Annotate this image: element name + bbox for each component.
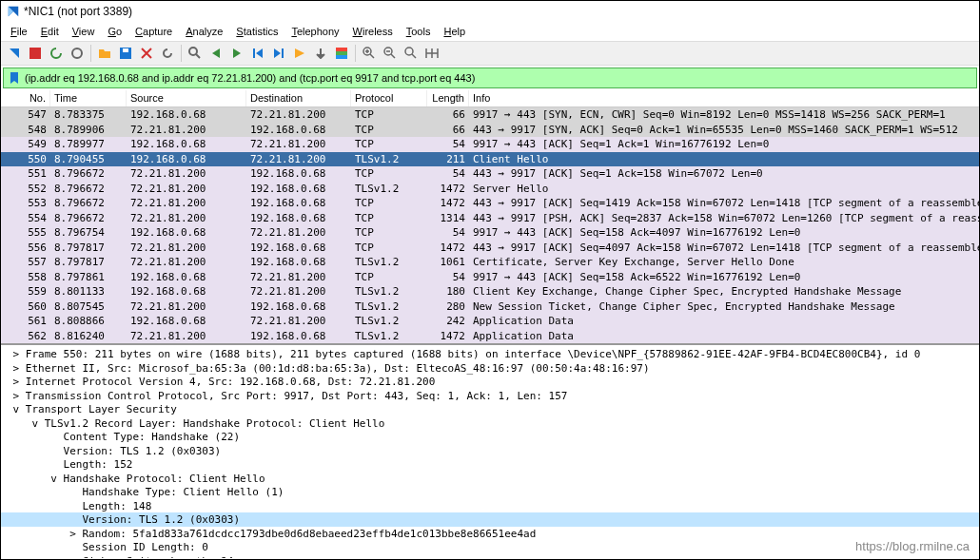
open-icon[interactable] bbox=[95, 44, 114, 63]
col-dst[interactable]: Destination bbox=[246, 90, 351, 106]
filter-text[interactable]: (ip.addr eq 192.168.0.68 and ip.addr eq … bbox=[25, 72, 475, 84]
packet-row[interactable]: 5578.79781772.21.81.200192.168.0.68TLSv1… bbox=[1, 255, 979, 270]
packet-list[interactable]: 5478.783375192.168.0.6872.21.81.200TCP66… bbox=[1, 107, 979, 343]
svg-point-4 bbox=[189, 48, 197, 55]
menu-tools[interactable]: Tools bbox=[401, 24, 437, 39]
save-icon[interactable] bbox=[116, 44, 135, 63]
titlebar: *NIC1 (not port 3389) bbox=[1, 1, 979, 22]
svg-point-1 bbox=[72, 48, 82, 58]
col-info[interactable]: Info bbox=[469, 90, 979, 106]
packet-row[interactable]: 5478.783375192.168.0.6872.21.81.200TCP66… bbox=[1, 107, 979, 123]
packet-row[interactable]: 5498.789977192.168.0.6872.21.81.200TCP54… bbox=[1, 137, 979, 152]
packet-row[interactable]: 5518.79667272.21.81.200192.168.0.68TCP54… bbox=[1, 166, 979, 182]
menubar[interactable]: FileEditViewGoCaptureAnalyzeStatisticsTe… bbox=[1, 22, 979, 41]
svg-rect-0 bbox=[29, 48, 41, 59]
reload-icon[interactable] bbox=[158, 44, 177, 63]
svg-rect-5 bbox=[336, 48, 347, 51]
svg-rect-7 bbox=[336, 55, 347, 59]
menu-view[interactable]: View bbox=[67, 24, 101, 39]
col-proto[interactable]: Protocol bbox=[351, 90, 427, 106]
detail-line[interactable]: Session ID Length: 0 bbox=[1, 540, 979, 554]
prev-icon[interactable] bbox=[206, 44, 225, 63]
detail-line[interactable]: > Random: 5fa1d833a761dcdcc1793dbe0d6d8e… bbox=[1, 527, 979, 541]
display-filter[interactable]: (ip.addr eq 192.168.0.68 and ip.addr eq … bbox=[3, 68, 977, 88]
packet-row[interactable]: 5628.81624072.21.81.200192.168.0.68TLSv1… bbox=[1, 329, 979, 344]
toolbar bbox=[1, 41, 979, 66]
menu-file[interactable]: File bbox=[5, 24, 33, 39]
detail-line[interactable]: Length: 152 bbox=[1, 457, 979, 472]
packet-row[interactable]: 5568.79781772.21.81.200192.168.0.68TCP14… bbox=[1, 241, 979, 256]
detail-line[interactable]: Version: TLS 1.2 (0x0303) bbox=[1, 444, 979, 458]
menu-wireless[interactable]: Wireless bbox=[347, 24, 399, 39]
restart-capture-icon[interactable] bbox=[47, 44, 66, 63]
packet-details[interactable]: > Frame 550: 211 bytes on wire (1688 bit… bbox=[1, 343, 979, 558]
watermark: https://blog.rmilne.ca bbox=[855, 539, 970, 553]
detail-line[interactable]: v Transport Layer Security bbox=[1, 402, 979, 416]
packet-row[interactable]: 5558.796754192.168.0.6872.21.81.200TCP54… bbox=[1, 225, 979, 241]
packet-row[interactable]: 5548.79667272.21.81.200192.168.0.68TCP13… bbox=[1, 211, 979, 226]
menu-help[interactable]: Help bbox=[438, 24, 471, 39]
svg-rect-3 bbox=[123, 48, 128, 52]
stop-capture-icon[interactable] bbox=[26, 44, 45, 63]
zoom-reset-icon[interactable] bbox=[402, 44, 421, 63]
col-len[interactable]: Length bbox=[427, 90, 469, 106]
detail-line[interactable]: Cipher Suites Length: 24 bbox=[1, 554, 979, 559]
goto-icon[interactable] bbox=[290, 44, 309, 63]
svg-point-10 bbox=[405, 48, 413, 55]
app-icon bbox=[7, 5, 20, 18]
packet-row[interactable]: 5528.79667272.21.81.200192.168.0.68TLSv1… bbox=[1, 182, 979, 197]
zoom-in-icon[interactable] bbox=[360, 44, 379, 63]
packet-list-header[interactable]: No. Time Source Destination Protocol Len… bbox=[1, 90, 979, 107]
packet-row[interactable]: 5508.790455192.168.0.6872.21.81.200TLSv1… bbox=[1, 152, 979, 167]
detail-line[interactable]: Handshake Type: Client Hello (1) bbox=[1, 485, 979, 499]
next-icon[interactable] bbox=[227, 44, 246, 63]
detail-line[interactable]: > Transmission Control Protocol, Src Por… bbox=[1, 389, 979, 403]
resize-cols-icon[interactable] bbox=[422, 44, 441, 63]
packet-row[interactable]: 5588.797861192.168.0.6872.21.81.200TCP54… bbox=[1, 270, 979, 285]
window-title: *NIC1 (not port 3389) bbox=[24, 5, 132, 18]
col-time[interactable]: Time bbox=[50, 90, 127, 106]
menu-statistics[interactable]: Statistics bbox=[230, 24, 284, 39]
find-icon[interactable] bbox=[186, 44, 205, 63]
menu-telephony[interactable]: Telephony bbox=[285, 24, 344, 39]
detail-line[interactable]: > Ethernet II, Src: Microsof_ba:65:3a (0… bbox=[1, 361, 979, 376]
packet-row[interactable]: 5598.801133192.168.0.6872.21.81.200TLSv1… bbox=[1, 284, 979, 299]
col-no[interactable]: No. bbox=[1, 90, 50, 106]
menu-go[interactable]: Go bbox=[102, 24, 127, 39]
close-icon[interactable] bbox=[137, 44, 156, 63]
detail-line[interactable]: > Frame 550: 211 bytes on wire (1688 bit… bbox=[1, 347, 979, 361]
start-capture-icon[interactable] bbox=[5, 44, 24, 63]
packet-row[interactable]: 5618.808866192.168.0.6872.21.81.200TLSv1… bbox=[1, 314, 979, 329]
menu-analyze[interactable]: Analyze bbox=[180, 24, 228, 39]
col-src[interactable]: Source bbox=[127, 90, 246, 106]
detail-line[interactable]: Content Type: Handshake (22) bbox=[1, 430, 979, 444]
colorize-icon[interactable] bbox=[332, 44, 351, 63]
detail-line[interactable]: v TLSv1.2 Record Layer: Handshake Protoc… bbox=[1, 416, 979, 431]
packet-row[interactable]: 5608.80754572.21.81.200192.168.0.68TLSv1… bbox=[1, 299, 979, 315]
jump-last-icon[interactable] bbox=[269, 44, 288, 63]
svg-rect-6 bbox=[336, 51, 347, 55]
options-icon[interactable] bbox=[68, 44, 87, 63]
detail-line[interactable]: > Internet Protocol Version 4, Src: 192.… bbox=[1, 375, 979, 389]
detail-line[interactable]: Length: 148 bbox=[1, 499, 979, 513]
zoom-out-icon[interactable] bbox=[381, 44, 400, 63]
bookmark-icon[interactable] bbox=[8, 71, 21, 85]
packet-row[interactable]: 5538.79667272.21.81.200192.168.0.68TCP14… bbox=[1, 196, 979, 211]
packet-row[interactable]: 5488.78990672.21.81.200192.168.0.68TCP66… bbox=[1, 123, 979, 138]
menu-capture[interactable]: Capture bbox=[129, 24, 178, 39]
jump-first-icon[interactable] bbox=[248, 44, 267, 63]
detail-line[interactable]: Version: TLS 1.2 (0x0303) bbox=[1, 512, 979, 527]
menu-edit[interactable]: Edit bbox=[35, 24, 65, 39]
detail-line[interactable]: v Handshake Protocol: Client Hello bbox=[1, 472, 979, 486]
auto-scroll-icon[interactable] bbox=[311, 44, 330, 63]
